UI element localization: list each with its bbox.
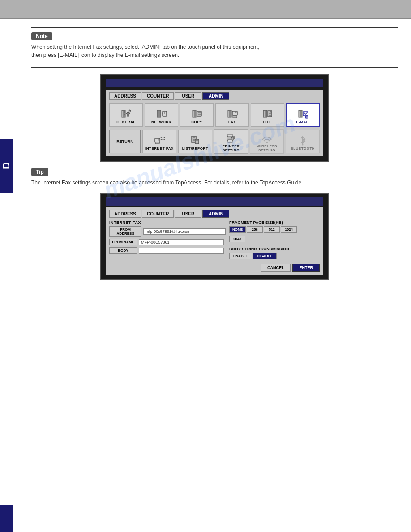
icon-general-label: GENERAL (116, 120, 136, 124)
internet-fax-title: INTERNET FAX (109, 220, 226, 225)
icon-network[interactable]: NETWORK (145, 103, 178, 127)
divider-top (31, 27, 398, 28)
icon-fax-label: FAX (228, 120, 236, 124)
s2-tab-user[interactable]: USER (175, 210, 201, 218)
frag-btn-256[interactable]: 256 (247, 226, 263, 233)
bluetooth-icon (296, 134, 309, 146)
file-icon (261, 107, 274, 120)
icon-list-report-label: LIST/REPORT (182, 146, 208, 150)
tip-text: The Internet Fax settings screen can als… (31, 179, 398, 187)
return-button[interactable]: RETURN (109, 130, 141, 153)
enter-btn[interactable]: ENTER (292, 264, 320, 272)
body-string-label: BODY STRING TRANSMISSION (229, 247, 320, 251)
note-badge: Note (31, 32, 52, 40)
icon-fax[interactable]: FAX (215, 103, 249, 127)
fax-icon (226, 107, 239, 120)
icon-grid-row2: RETURN INTERNET FAX (109, 129, 320, 154)
frag-btn-2048[interactable]: 2048 (229, 236, 245, 242)
icon-grid-row1: GENERAL NETWORK (109, 103, 320, 127)
svg-rect-19 (228, 111, 229, 117)
network-icon (155, 107, 168, 120)
svg-rect-46 (228, 140, 232, 142)
s2-tab-admin[interactable]: ADMIN (202, 210, 229, 218)
icon-wireless[interactable]: WIRELESS SETTING (250, 129, 284, 154)
return-label: RETURN (116, 139, 133, 144)
icon-file-label: FILE (263, 120, 272, 124)
tab-admin[interactable]: ADMIN (202, 92, 229, 100)
general-icon (120, 107, 133, 120)
svg-rect-36 (158, 139, 159, 140)
icon-network-label: NETWORK (151, 120, 171, 124)
svg-rect-35 (155, 142, 159, 144)
fragment-btns-row1: NONE 256 512 1024 (229, 226, 320, 233)
left-sidebar-tab: D (0, 139, 13, 193)
bs-enable-btn[interactable]: ENABLE (229, 253, 252, 259)
svg-rect-21 (233, 116, 237, 118)
svg-rect-8 (158, 111, 158, 117)
from-name-btn[interactable]: FROM NAME (109, 239, 137, 245)
cancel-btn[interactable]: CANCEL (261, 264, 291, 272)
s2-tab-address[interactable]: ADDRESS (109, 210, 141, 218)
icon-wireless-label: WIRELESS SETTING (251, 144, 283, 152)
icon-bluetooth[interactable]: BLUETOOTH (286, 130, 320, 153)
icon-internet-fax-label: INTERNET FAX (145, 146, 174, 150)
svg-rect-30 (299, 111, 300, 117)
icon-internet-fax[interactable]: INTERNET FAX (142, 130, 176, 153)
screen2-top-bar (106, 197, 323, 206)
screen2-main-layout: INTERNET FAX FROM ADDRESS FROM NAME BODY (109, 220, 320, 259)
from-address-btn[interactable]: FROM ADDRESS (109, 226, 141, 237)
icon-email-label: E-MAIL (296, 120, 310, 124)
icon-copy[interactable]: COPY (180, 103, 214, 127)
copy-icon (191, 107, 203, 120)
svg-point-47 (231, 137, 233, 139)
top-header-bar (0, 0, 411, 19)
icon-email[interactable]: @ E-MAIL (286, 103, 320, 127)
screen2-actions: CANCEL ENTER (109, 262, 320, 272)
svg-rect-1 (122, 111, 123, 117)
icon-copy-label: COPY (191, 120, 202, 124)
from-name-input[interactable] (139, 239, 224, 245)
icon-file[interactable]: FILE (251, 103, 284, 127)
list-report-icon (189, 134, 201, 146)
frag-btn-none[interactable]: NONE (229, 226, 246, 233)
body-input[interactable] (139, 248, 224, 254)
icon-printer-setting-label: PRINTER SETTING (215, 144, 247, 152)
icon-printer-setting[interactable]: PRINTER SETTING (214, 129, 248, 154)
internet-fax-icon (153, 134, 166, 146)
svg-rect-15 (197, 111, 201, 116)
bottom-left-box (0, 505, 13, 532)
sidebar-letter: D (0, 162, 12, 169)
svg-rect-14 (193, 111, 194, 117)
svg-rect-22 (235, 112, 236, 113)
body-row: BODY (109, 247, 226, 254)
s2-tab-counter[interactable]: COUNTER (142, 210, 174, 218)
frag-btn-512[interactable]: 512 (264, 226, 280, 233)
screen2-tab-row: ADDRESS COUNTER USER ADMIN (109, 210, 320, 218)
screen1-container: ADDRESS COUNTER USER ADMIN (100, 74, 329, 162)
wireless-icon (261, 132, 273, 144)
from-address-input[interactable] (143, 228, 226, 235)
icon-general[interactable]: GENERAL (109, 103, 143, 127)
note-text: When setting the Internet Fax settings, … (31, 43, 398, 59)
svg-point-48 (266, 142, 268, 143)
svg-rect-20 (232, 111, 237, 115)
tab-user[interactable]: USER (175, 92, 201, 100)
svg-text:@: @ (306, 116, 308, 119)
body-string-btns: ENABLE DISABLE (229, 253, 320, 259)
svg-rect-24 (264, 111, 265, 117)
tab-counter[interactable]: COUNTER (142, 92, 174, 100)
svg-rect-41 (195, 139, 199, 144)
screen1-tab-row: ADDRESS COUNTER USER ADMIN (109, 92, 320, 100)
frag-btn-1024[interactable]: 1024 (281, 226, 297, 233)
bs-disable-btn[interactable]: DISABLE (253, 253, 277, 259)
icon-bluetooth-label: BLUETOOTH (291, 146, 315, 150)
printer-setting-icon (225, 132, 237, 144)
screen2-container: ADDRESS COUNTER USER ADMIN INTERNET FAX … (100, 193, 329, 280)
screen1-top-bar (106, 79, 323, 87)
icon-list-report[interactable]: LIST/REPORT (178, 130, 212, 153)
svg-rect-45 (228, 134, 232, 137)
tip-badge: Tip (31, 168, 48, 176)
tab-address[interactable]: ADDRESS (109, 92, 141, 100)
email-icon: @ (297, 107, 309, 120)
body-btn[interactable]: BODY (109, 247, 137, 254)
